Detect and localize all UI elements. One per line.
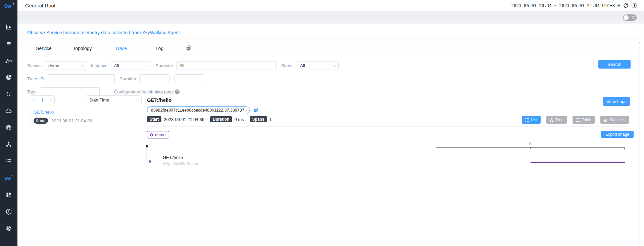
filter-form: Service: demo Instance: All Endpoint: St… — [21, 54, 640, 96]
refresh-icon[interactable] — [623, 3, 629, 8]
sidebar-item-topology[interactable] — [0, 136, 17, 153]
tab-topology[interactable]: Topology — [63, 46, 102, 51]
current-page[interactable]: 1 — [41, 97, 43, 102]
spans-value: 1 — [269, 117, 272, 122]
service-label: Service: — [27, 63, 43, 68]
grid-plus-icon — [5, 192, 12, 198]
tree-view-icon — [550, 118, 554, 122]
view-statistics-button[interactable]: Statistics — [600, 116, 629, 124]
search-button[interactable]: Search — [598, 60, 631, 69]
sidebar-item-cloud[interactable] — [0, 102, 17, 119]
endpoint-input[interactable] — [176, 61, 277, 70]
bar-chart-icon — [5, 24, 12, 30]
span-component: Http - GoHttpServer — [163, 161, 198, 166]
view-logs-button[interactable]: View Logs — [603, 97, 630, 106]
instance-select[interactable]: All — [111, 61, 151, 70]
layers-icon — [5, 40, 12, 47]
tab-bar: Service Topology Trace Log — [21, 42, 640, 54]
detail-title: GET:/hello — [147, 97, 171, 103]
gear-icon — [5, 225, 12, 232]
prev-page-button[interactable]: ‹ — [33, 97, 35, 102]
service-select[interactable]: demo — [45, 61, 86, 70]
main-panel: Service Topology Trace Log Service: demo… — [21, 42, 640, 244]
sidebar-item-browser[interactable] — [0, 119, 17, 136]
banner-message: Observe Service through telemetry data c… — [27, 30, 181, 35]
span-endpoint[interactable]: GET:/hello — [163, 155, 183, 160]
table-view-icon — [576, 118, 580, 122]
statistics-view-icon — [604, 118, 608, 122]
sidebar-item-layers[interactable] — [0, 35, 17, 52]
sidebar-item-events[interactable] — [0, 153, 17, 170]
detail-header-divider — [147, 126, 630, 127]
start-badge: Start — [147, 116, 161, 122]
trace-list-item[interactable]: GET:/hello 0 ms 2023-06-01 21:04:36 — [31, 108, 141, 126]
function-icon: ƒ(x) — [6, 58, 12, 63]
trace-id-input[interactable] — [47, 74, 115, 83]
info-icon[interactable]: i — [632, 3, 637, 8]
list-view-icon — [525, 118, 529, 122]
view-tree-button[interactable]: Tree — [546, 116, 567, 124]
trace-id-select[interactable]: d8982fde007c11eeb6cbacde48001122.37.3897… — [147, 106, 250, 114]
tab-log[interactable]: Log — [140, 46, 179, 51]
duration-label: Duration: — [119, 76, 137, 81]
sidebar: Sw ƒ(x) Sw — [0, 0, 17, 246]
timeline-tick — [530, 147, 531, 149]
duration-badge: Duration — [210, 116, 232, 122]
sidebar-item-settings[interactable] — [0, 220, 17, 237]
toggle-knob — [624, 15, 629, 20]
list-icon — [5, 158, 12, 165]
page-title: General-Root — [25, 3, 55, 8]
sidebar-item-scatter[interactable] — [0, 86, 17, 102]
view-list-button[interactable]: List — [522, 116, 541, 124]
copy-tabs-icon[interactable] — [186, 45, 192, 51]
instance-label: Instance: — [91, 63, 109, 68]
duration-to-input[interactable] — [174, 74, 204, 83]
endpoint-label: Endpoint: — [156, 63, 174, 68]
duration-from-input[interactable] — [139, 74, 169, 83]
trace-start-time: 2023-06-01 21:04:36 — [51, 118, 92, 123]
chevron-down-icon — [81, 64, 84, 67]
trace-meta: Start2023-06-01 21:04:36 Duration0 ms Sp… — [147, 116, 278, 122]
duration-separator: - — [171, 76, 172, 81]
trace-id-label: Trace ID: — [27, 76, 45, 81]
service-ring-icon — [150, 133, 153, 136]
duration-value: 0 ms — [234, 117, 244, 122]
version-toggle[interactable]: V — [623, 14, 637, 21]
tab-service[interactable]: Service — [24, 46, 63, 51]
trace-endpoint-link[interactable]: GET:/hello — [34, 110, 141, 115]
sidebar-item-dashboard[interactable] — [0, 18, 17, 35]
service-tag[interactable]: demo — [147, 131, 169, 138]
timeline-tick-label: 0 — [529, 142, 531, 146]
scatter-icon — [5, 91, 12, 97]
pie-chart-icon — [5, 74, 12, 81]
skywalking-logo[interactable]: Sw — [0, 0, 17, 11]
status-select[interactable]: All — [297, 61, 339, 70]
start-value: 2023-06-01 21:04:36 — [164, 117, 204, 122]
time-range[interactable]: 2023-06-01 20:34 ~ 2023-06-01 21:04 UTC+… — [511, 3, 620, 8]
view-table-button[interactable]: Table — [573, 116, 595, 124]
service-banner: Observe Service through telemetry data c… — [21, 27, 640, 38]
cloud-icon — [5, 108, 12, 114]
topology-icon — [5, 141, 12, 148]
sidebar-item-alarm[interactable] — [0, 203, 17, 220]
tab-trace[interactable]: Trace — [102, 46, 140, 51]
export-image-button[interactable]: Export image — [601, 131, 634, 138]
sort-select[interactable]: Start Time — [86, 95, 142, 104]
sidebar-item-pie[interactable] — [0, 69, 17, 86]
view-mode-buttons: List Tree Table Statistics — [522, 116, 629, 124]
sidebar-item-function[interactable]: ƒ(x) — [0, 52, 17, 69]
pagination: ‹ 1 › — [30, 95, 55, 104]
trace-duration-badge: 0 ms — [34, 118, 48, 124]
sidebar-item-skywalking[interactable]: Sw — [0, 170, 17, 187]
span-duration-bar[interactable] — [531, 162, 625, 163]
chevron-down-icon — [136, 98, 139, 101]
alarm-icon — [5, 208, 12, 215]
logo-swoosh-icon — [11, 2, 14, 5]
span-dot[interactable] — [149, 160, 151, 163]
list-detail-divider — [145, 93, 145, 244]
skywalking-icon: Sw — [4, 176, 13, 181]
results-area: ‹ 1 › Start Time GET:/hello 0 ms 2023-06… — [21, 93, 640, 244]
sidebar-item-dashboards[interactable] — [0, 187, 17, 203]
next-page-button[interactable]: › — [50, 97, 51, 102]
copy-trace-id-icon[interactable] — [253, 107, 259, 113]
